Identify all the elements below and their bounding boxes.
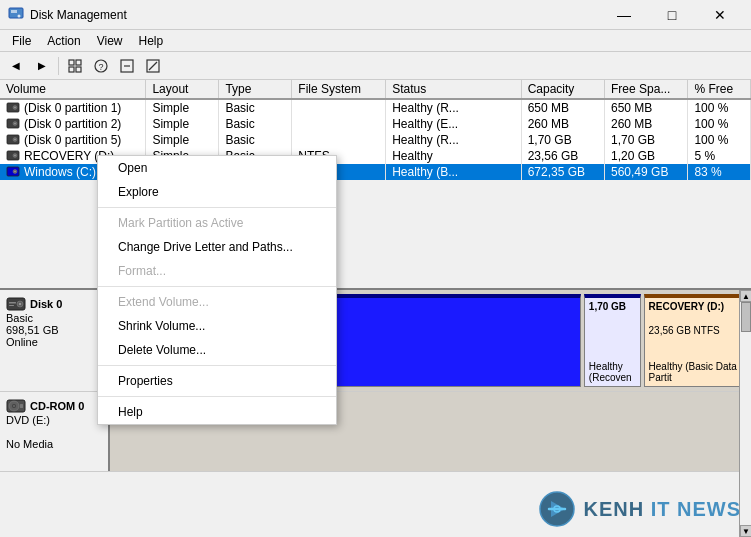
disk-name-0: Disk 0: [30, 298, 62, 310]
window-title: Disk Management: [30, 8, 601, 22]
context-menu-sep-10: [98, 365, 336, 366]
cd-nomedia: No Media: [6, 438, 102, 450]
toolbar-btn-b3[interactable]: [115, 55, 139, 77]
svg-rect-31: [9, 302, 16, 304]
cell-pctfree-0: 100 %: [688, 99, 751, 116]
cell-layout-1: Simple: [146, 116, 219, 132]
cell-type-1: Basic: [219, 116, 292, 132]
title-bar: Disk Management — □ ✕: [0, 0, 751, 30]
disk-size-0: 698,51 GB: [6, 324, 102, 336]
cell-status-3: Healthy: [386, 148, 522, 164]
cell-status-0: Healthy (R...: [386, 99, 522, 116]
col-header-layout[interactable]: Layout: [146, 80, 219, 99]
cell-volume-2: (Disk 0 partition 5): [0, 132, 146, 148]
menu-view[interactable]: View: [89, 32, 131, 50]
context-menu-item-help[interactable]: Help: [98, 400, 336, 424]
svg-rect-32: [9, 305, 14, 306]
cell-type-0: Basic: [219, 99, 292, 116]
partition-fs-0-4: 23,56 GB NTFS: [649, 325, 742, 336]
context-menu: OpenExploreMark Partition as ActiveChang…: [97, 155, 337, 425]
col-header-filesystem[interactable]: File System: [292, 80, 386, 99]
context-menu-item-open[interactable]: Open: [98, 156, 336, 180]
maximize-button[interactable]: □: [649, 0, 695, 30]
cell-fs-2: [292, 132, 386, 148]
svg-rect-6: [76, 67, 81, 72]
svg-rect-3: [69, 60, 74, 65]
svg-point-36: [13, 405, 15, 407]
context-menu-item-properties[interactable]: Properties: [98, 369, 336, 393]
context-menu-item-explore[interactable]: Explore: [98, 180, 336, 204]
context-menu-item-changeLetter[interactable]: Change Drive Letter and Paths...: [98, 235, 336, 259]
back-button[interactable]: ◀: [4, 55, 28, 77]
context-menu-sep-6: [98, 286, 336, 287]
partition-0-3[interactable]: 1,70 GB Healthy (Recoven: [584, 294, 641, 387]
disk-type-0: Basic: [6, 312, 102, 324]
cell-status-1: Healthy (E...: [386, 116, 522, 132]
cell-freespace-0: 650 MB: [605, 99, 688, 116]
context-menu-item-format: Format...: [98, 259, 336, 283]
menu-bar: File Action View Help: [0, 30, 751, 52]
cell-freespace-2: 1,70 GB: [605, 132, 688, 148]
scroll-up-arrow[interactable]: ▲: [740, 290, 751, 302]
table-row[interactable]: (Disk 0 partition 2) Simple Basic Health…: [0, 116, 751, 132]
cell-status-4: Healthy (B...: [386, 164, 522, 180]
scroll-down-arrow[interactable]: ▼: [740, 525, 751, 537]
cell-pctfree-3: 5 %: [688, 148, 751, 164]
svg-point-30: [19, 303, 21, 305]
scrollbar-track[interactable]: ▲ ▼: [739, 290, 751, 537]
context-menu-item-extendVolume: Extend Volume...: [98, 290, 336, 314]
toolbar: ◀ ▶ ?: [0, 52, 751, 80]
svg-rect-1: [11, 10, 17, 13]
svg-rect-4: [76, 60, 81, 65]
context-menu-item-shrinkVolume[interactable]: Shrink Volume...: [98, 314, 336, 338]
col-header-capacity[interactable]: Capacity: [521, 80, 604, 99]
toolbar-btn-help[interactable]: ?: [89, 55, 113, 77]
partition-status-0-3: Healthy (Recoven: [589, 361, 636, 383]
cell-fs-1: [292, 116, 386, 132]
cell-capacity-1: 260 MB: [521, 116, 604, 132]
cell-type-2: Basic: [219, 132, 292, 148]
col-header-volume[interactable]: Volume: [0, 80, 146, 99]
close-button[interactable]: ✕: [697, 0, 743, 30]
cd-type-0: DVD (E:): [6, 414, 102, 426]
menu-action[interactable]: Action: [39, 32, 88, 50]
cell-pctfree-1: 100 %: [688, 116, 751, 132]
cell-capacity-4: 672,35 GB: [521, 164, 604, 180]
partition-0-4[interactable]: RECOVERY (D:) 23,56 GB NTFS Healthy (Bas…: [644, 294, 747, 387]
watermark-logo-icon: [539, 491, 575, 527]
cell-status-2: Healthy (R...: [386, 132, 522, 148]
cell-volume-0: (Disk 0 partition 1): [0, 99, 146, 116]
menu-file[interactable]: File: [4, 32, 39, 50]
col-header-pctfree[interactable]: % Free: [688, 80, 751, 99]
partition-name-0-4: RECOVERY (D:): [649, 301, 742, 312]
context-menu-item-markActive: Mark Partition as Active: [98, 211, 336, 235]
svg-point-27: [14, 171, 15, 172]
table-row[interactable]: (Disk 0 partition 1) Simple Basic Health…: [0, 99, 751, 116]
context-menu-sep-12: [98, 396, 336, 397]
hdd-icon: [6, 296, 26, 312]
context-menu-item-deleteVolume[interactable]: Delete Volume...: [98, 338, 336, 362]
menu-help[interactable]: Help: [131, 32, 172, 50]
svg-line-12: [149, 62, 157, 70]
col-header-freespace[interactable]: Free Spa...: [605, 80, 688, 99]
table-row[interactable]: (Disk 0 partition 5) Simple Basic Health…: [0, 132, 751, 148]
disk-status-0: Online: [6, 336, 102, 348]
toolbar-btn-b4[interactable]: [141, 55, 165, 77]
svg-rect-37: [20, 404, 23, 408]
partition-status-0-4: Healthy (Basic Data Partit: [649, 361, 742, 383]
scroll-thumb[interactable]: [741, 302, 751, 332]
context-menu-sep-2: [98, 207, 336, 208]
toolbar-btn-grid[interactable]: [63, 55, 87, 77]
forward-button[interactable]: ▶: [30, 55, 54, 77]
svg-point-2: [18, 15, 21, 18]
svg-point-21: [14, 139, 15, 140]
col-header-type[interactable]: Type: [219, 80, 292, 99]
svg-rect-5: [69, 67, 74, 72]
col-header-status[interactable]: Status: [386, 80, 522, 99]
minimize-button[interactable]: —: [601, 0, 647, 30]
cd-name-0: CD-ROM 0: [30, 400, 84, 412]
cell-capacity-0: 650 MB: [521, 99, 604, 116]
cell-capacity-3: 23,56 GB: [521, 148, 604, 164]
watermark: KENH IT NEWS: [539, 491, 741, 527]
svg-text:?: ?: [98, 62, 103, 72]
